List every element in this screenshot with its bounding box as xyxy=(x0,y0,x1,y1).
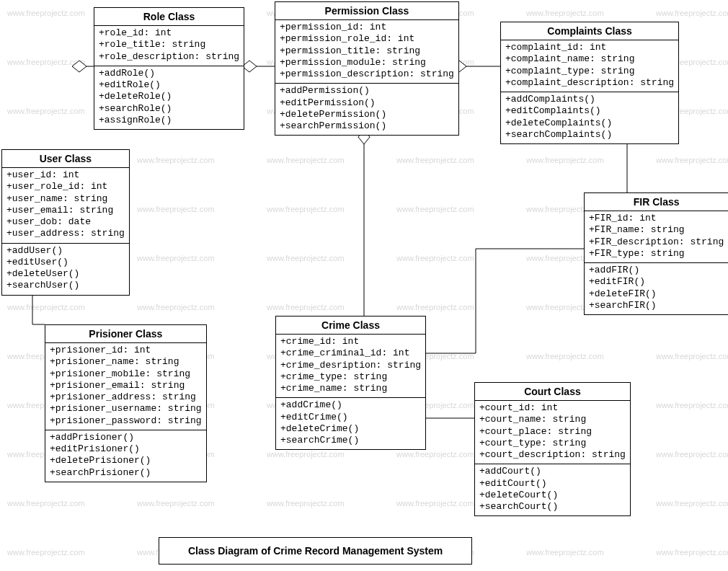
court-class-ops: +addCourt()+editCourt()+deleteCourt()+se… xyxy=(475,464,630,515)
crime-class-ops: +addCrime()+editCrime()+deleteCrime()+se… xyxy=(276,398,425,449)
court-class-box: Court Class +court_id: int+court_name: s… xyxy=(474,382,631,516)
permission-class-title: Permission Class xyxy=(275,2,458,20)
role-class-ops: +addRole()+editRole()+deleteRole()+searc… xyxy=(94,66,244,129)
watermark-text: www.freeprojectz.com xyxy=(656,450,728,459)
prisioner-class-title: Prisioner Class xyxy=(45,325,206,343)
watermark-text: www.freeprojectz.com xyxy=(656,499,728,508)
watermark-text: www.freeprojectz.com xyxy=(396,499,474,508)
watermark-text: www.freeprojectz.com xyxy=(7,58,85,66)
complaints-class-attrs: +complaint_id: int+complaint_name: strin… xyxy=(501,40,678,92)
permission-class-box: Permission Class +permission_id: int+per… xyxy=(275,1,459,136)
crime-class-attrs: +crime_id: int+crime_criminal_id: int+cr… xyxy=(276,335,425,398)
watermark-text: www.freeprojectz.com xyxy=(137,303,215,311)
crime-class-box: Crime Class +crime_id: int+crime_crimina… xyxy=(275,316,426,450)
watermark-text: www.freeprojectz.com xyxy=(526,352,604,360)
complaints-class-ops: +addComplaints()+editComplaints()+delete… xyxy=(501,92,678,143)
watermark-text: www.freeprojectz.com xyxy=(7,9,85,17)
watermark-text: www.freeprojectz.com xyxy=(656,9,728,17)
fir-class-title: FIR Class xyxy=(585,193,728,211)
complaints-class-box: Complaints Class +complaint_id: int+comp… xyxy=(500,22,679,144)
fir-class-attrs: +FIR_id: int+FIR_name: string+FIR_descri… xyxy=(585,211,728,263)
watermark-text: www.freeprojectz.com xyxy=(656,352,728,360)
user-class-ops: +addUser()+editUser()+deleteUser()+searc… xyxy=(2,244,129,295)
watermark-text: www.freeprojectz.com xyxy=(396,205,474,213)
watermark-text: www.freeprojectz.com xyxy=(656,401,728,410)
watermark-text: www.freeprojectz.com xyxy=(137,205,215,213)
watermark-text: www.freeprojectz.com xyxy=(396,254,474,262)
diagram-caption: Class Diagram of Crime Record Management… xyxy=(159,537,472,565)
fir-class-box: FIR Class +FIR_id: int+FIR_name: string+… xyxy=(584,192,728,315)
permission-class-ops: +addPermission()+editPermission()+delete… xyxy=(275,84,458,135)
watermark-text: www.freeprojectz.com xyxy=(267,254,345,262)
watermark-text: www.freeprojectz.com xyxy=(137,499,215,508)
watermark-text: www.freeprojectz.com xyxy=(526,9,604,17)
watermark-text: www.freeprojectz.com xyxy=(267,450,345,459)
watermark-text: www.freeprojectz.com xyxy=(526,156,604,164)
complaints-class-title: Complaints Class xyxy=(501,22,678,40)
permission-class-attrs: +permission_id: int+permission_role_id: … xyxy=(275,20,458,84)
watermark-text: www.freeprojectz.com xyxy=(267,303,345,311)
watermark-text: www.freeprojectz.com xyxy=(7,303,85,311)
watermark-text: www.freeprojectz.com xyxy=(7,548,85,557)
prisioner-class-attrs: +prisioner_id: int+prisioner_name: strin… xyxy=(45,343,206,430)
watermark-text: www.freeprojectz.com xyxy=(396,303,474,311)
role-class-attrs: +role_id: int+role_title: string+role_de… xyxy=(94,26,244,66)
user-class-attrs: +user_id: int+user_role_id: int+user_nam… xyxy=(2,168,129,244)
watermark-text: www.freeprojectz.com xyxy=(7,499,85,508)
watermark-text: www.freeprojectz.com xyxy=(396,450,474,459)
watermark-text: www.freeprojectz.com xyxy=(267,205,345,213)
watermark-text: www.freeprojectz.com xyxy=(137,254,215,262)
role-class-title: Role Class xyxy=(94,8,244,26)
court-class-attrs: +court_id: int+court_name: string+court_… xyxy=(475,401,630,464)
prisioner-class-ops: +addPrisioner()+editPrisioner()+deletePr… xyxy=(45,430,206,482)
watermark-text: www.freeprojectz.com xyxy=(656,548,728,557)
user-class-box: User Class +user_id: int+user_role_id: i… xyxy=(1,149,130,296)
watermark-text: www.freeprojectz.com xyxy=(137,156,215,164)
role-class-box: Role Class +role_id: int+role_title: str… xyxy=(94,7,244,130)
crime-class-title: Crime Class xyxy=(276,317,425,335)
watermark-text: www.freeprojectz.com xyxy=(526,548,604,557)
fir-class-ops: +addFIR()+editFIR()+deleteFIR()+searchFI… xyxy=(585,263,728,314)
court-class-title: Court Class xyxy=(475,383,630,401)
user-class-title: User Class xyxy=(2,150,129,168)
svg-marker-1 xyxy=(72,61,86,72)
watermark-text: www.freeprojectz.com xyxy=(396,156,474,164)
watermark-text: www.freeprojectz.com xyxy=(656,156,728,164)
prisioner-class-box: Prisioner Class +prisioner_id: int+prisi… xyxy=(45,324,207,482)
watermark-text: www.freeprojectz.com xyxy=(267,156,345,164)
watermark-text: www.freeprojectz.com xyxy=(7,107,85,115)
watermark-text: www.freeprojectz.com xyxy=(267,499,345,508)
